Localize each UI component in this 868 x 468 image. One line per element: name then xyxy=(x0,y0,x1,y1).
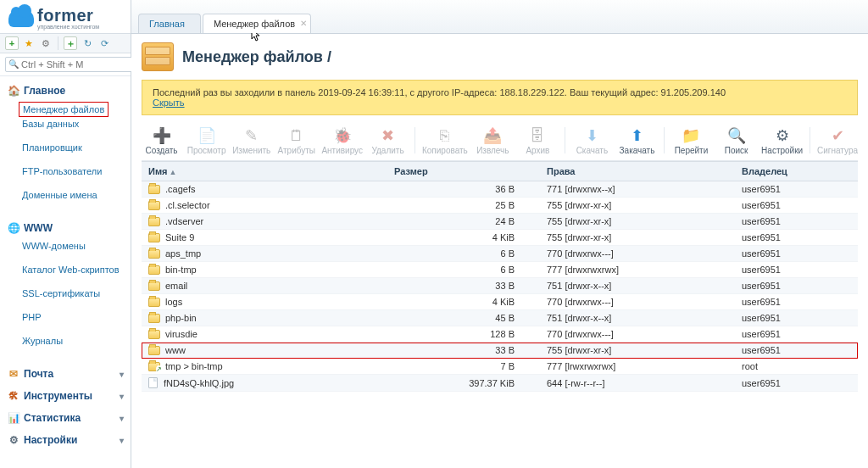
table-row[interactable]: .vdserver24 B755 [drwxr-xr-x]user6951 xyxy=(142,214,858,230)
file-owner: user6951 xyxy=(735,326,858,343)
col-owner-header[interactable]: Владелец xyxy=(735,162,858,181)
sidebar-item[interactable]: Каталог Web-скриптов xyxy=(22,263,131,276)
nav-section-tools[interactable]: 🛠 Инструменты ▾ xyxy=(0,387,131,405)
table-row[interactable]: php-bin45 B751 [drwxr-x--x]user6951 xyxy=(142,310,858,326)
file-size: 4 KiB xyxy=(387,230,540,246)
tools-icon: 🛠 xyxy=(7,389,20,403)
home-icon: 🏠 xyxy=(7,84,20,98)
nav-section-label: Главное xyxy=(24,85,65,97)
file-owner: user6951 xyxy=(735,294,858,310)
sidebar-item[interactable]: WWW-домены xyxy=(22,239,131,253)
file-size: 6 B xyxy=(387,262,540,278)
action-download: ⬇Скачать xyxy=(572,125,612,155)
add-item-icon[interactable]: ＋ xyxy=(64,36,77,50)
sidebar-item[interactable]: FTP-пользователи xyxy=(22,164,131,178)
file-owner: user6951 xyxy=(735,310,858,326)
attrs-icon: 🗒 xyxy=(287,125,307,146)
edit-icon: ✎ xyxy=(242,125,262,146)
go-icon: 📁 xyxy=(681,125,701,146)
sidebar-item[interactable]: PHP xyxy=(22,310,131,324)
action-search[interactable]: 🔍Поиск xyxy=(716,125,756,155)
chevron-icon: ▾ xyxy=(120,370,124,379)
nav-section-stats[interactable]: 📊 Статистика ▾ xyxy=(0,409,131,427)
table-row[interactable]: tmp > bin-tmp7 B777 [lrwxrwxrwx]root xyxy=(142,359,858,375)
gear-icon[interactable]: ⚙ xyxy=(39,36,53,50)
stats-icon: 📊 xyxy=(7,411,20,425)
action-label: Антивирус xyxy=(321,146,363,155)
table-row[interactable]: .cl.selector25 B755 [drwxr-xr-x]user6951 xyxy=(142,198,858,214)
star-icon[interactable]: ★ xyxy=(22,36,36,50)
tab[interactable]: Менеджер файлов✕ xyxy=(203,14,311,33)
add-icon[interactable]: + xyxy=(5,36,19,50)
col-perm-header[interactable]: Права xyxy=(540,162,735,181)
separator xyxy=(58,36,58,50)
file-owner: user6951 xyxy=(735,246,858,262)
page-title: Менеджер файлов / xyxy=(182,48,331,66)
search-icon: 🔍 xyxy=(8,59,19,69)
sidebar-item[interactable]: SSL-сертификаты xyxy=(22,287,131,300)
hide-notice-link[interactable]: Скрыть xyxy=(153,98,185,108)
file-name: tmp > bin-tmp xyxy=(165,361,223,371)
search-input[interactable] xyxy=(5,57,142,72)
action-label: Скачать xyxy=(576,146,609,155)
action-label: Поиск xyxy=(725,146,748,155)
table-row[interactable]: fND4sQ-khlQ.jpg397.37 KiB644 [-rw-r--r--… xyxy=(142,375,858,392)
table-row[interactable]: .cagefs36 B771 [drwxrwx--x]user6951 xyxy=(142,181,858,198)
file-owner: user6951 xyxy=(735,262,858,278)
file-name: aps_tmp xyxy=(165,248,201,259)
separator xyxy=(565,127,565,153)
nav-section-globe[interactable]: 🌐 WWW xyxy=(0,219,131,237)
nav-section-mail[interactable]: ✉ Почта ▾ xyxy=(0,365,131,383)
action-label: Создать xyxy=(146,146,178,155)
table-row[interactable]: logs4 KiB770 [drwxrwx---]user6951 xyxy=(142,294,858,310)
brand-logo: former управление хостингом xyxy=(0,0,131,33)
nav-section-label: Почта xyxy=(24,368,53,380)
archive-icon: 🗄 xyxy=(527,125,548,146)
file-name: Suite 9 xyxy=(165,232,194,242)
col-name-header[interactable]: Имя▲ xyxy=(142,162,387,181)
file-name: logs xyxy=(165,297,182,307)
table-row[interactable]: bin-tmp6 B777 [drwxrwxrwx]user6951 xyxy=(142,262,858,278)
antivirus-icon: 🐞 xyxy=(332,125,353,146)
table-row[interactable]: aps_tmp6 B770 [drwxrwx---]user6951 xyxy=(142,246,858,262)
file-perm: 755 [drwxr-xr-x] xyxy=(540,230,735,246)
table-row[interactable]: virusdie128 B770 [drwxrwx---]user6951 xyxy=(142,326,858,343)
link-icon xyxy=(148,362,160,371)
sidebar-item[interactable]: Журналы xyxy=(22,334,131,348)
folder-icon xyxy=(148,346,160,355)
file-perm: 751 [drwxr-x--x] xyxy=(540,310,735,326)
nav-section-home[interactable]: 🏠 Главное xyxy=(0,81,131,100)
sidebar-item[interactable]: Базы данных xyxy=(22,117,131,131)
mail-icon: ✉ xyxy=(7,367,20,381)
action-create[interactable]: ➕Создать xyxy=(142,125,181,155)
action-label: Архив xyxy=(526,146,549,155)
tab[interactable]: Главная xyxy=(138,14,201,33)
action-go[interactable]: 📁Перейти xyxy=(671,125,711,155)
table-row[interactable]: email33 B751 [drwxr-x--x]user6951 xyxy=(142,278,858,294)
file-owner: root xyxy=(735,359,858,375)
table-row[interactable]: www33 B755 [drwxr-xr-x]user6951 xyxy=(142,343,858,359)
table-row[interactable]: Suite 94 KiB755 [drwxr-xr-x]user6951 xyxy=(142,230,858,246)
action-upload[interactable]: ⬆Закачать xyxy=(617,125,657,155)
refresh-icon[interactable]: ↻ xyxy=(81,36,94,50)
sidebar-item[interactable]: Менеджер файлов xyxy=(19,102,108,117)
action-settings[interactable]: ⚙Настройки xyxy=(761,125,803,155)
folder-icon xyxy=(148,249,160,259)
file-size: 45 B xyxy=(387,310,540,326)
action-view: 📄Просмотр xyxy=(186,125,226,155)
close-icon[interactable]: ✕ xyxy=(300,19,307,28)
col-size-header[interactable]: Размер xyxy=(387,162,540,181)
file-perm: 770 [drwxrwx---] xyxy=(540,294,735,310)
file-owner: user6951 xyxy=(735,198,858,214)
reload-icon[interactable]: ⟳ xyxy=(97,36,111,50)
file-size: 33 B xyxy=(387,343,540,359)
sidebar-item[interactable]: Доменные имена xyxy=(22,188,131,202)
file-size: 7 B xyxy=(387,359,540,375)
file-size: 4 KiB xyxy=(387,294,540,310)
action-attrs: 🗒Атрибуты xyxy=(276,125,316,155)
sidebar-item[interactable]: Планировщик xyxy=(22,141,131,154)
folder-icon xyxy=(148,265,160,275)
file-name: email xyxy=(165,281,187,291)
nav-section-gear[interactable]: ⚙ Настройки ▾ xyxy=(0,431,131,449)
globe-icon: 🌐 xyxy=(7,221,20,235)
